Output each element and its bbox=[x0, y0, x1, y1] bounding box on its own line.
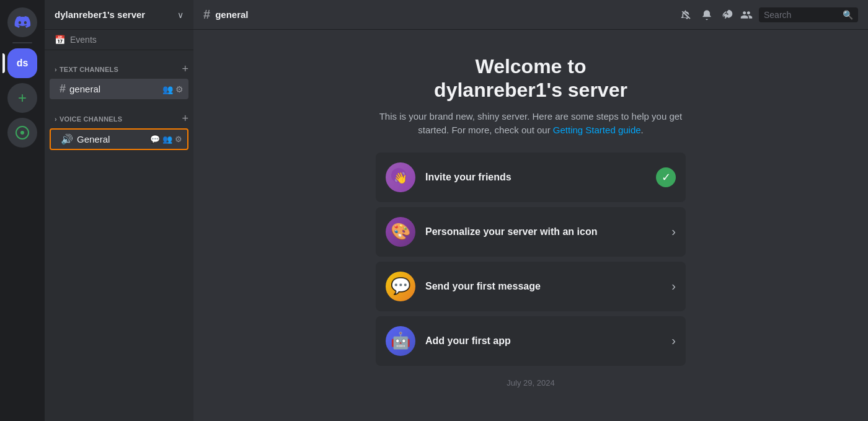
topbar: # general bbox=[193, 0, 868, 30]
invite-members-icon[interactable]: 👥 bbox=[162, 84, 173, 94]
message-chevron: › bbox=[671, 279, 676, 293]
channel-sidebar: dylanreber1's server ∨ 📅 Events › TEXT C… bbox=[45, 0, 193, 421]
members-list-button[interactable] bbox=[739, 7, 754, 22]
personalize-icon: 🎨 bbox=[386, 217, 415, 247]
date-label: July 29, 2024 bbox=[507, 378, 554, 388]
invite-icon: 👋 bbox=[386, 162, 415, 192]
text-channels-category[interactable]: › TEXT CHANNELS + bbox=[45, 60, 193, 78]
voice-channels-section: › VOICE CHANNELS + 🔊 General 💬 👥 ⚙ bbox=[45, 110, 193, 151]
channel-settings-icon[interactable]: ⚙ bbox=[175, 84, 184, 94]
text-channels-section: › TEXT CHANNELS + # general 👥 ⚙ bbox=[45, 60, 193, 100]
text-channels-label: › TEXT CHANNELS bbox=[55, 66, 118, 73]
voice-invite-icon[interactable]: 👥 bbox=[162, 135, 172, 144]
personalize-chevron: › bbox=[671, 224, 676, 239]
topbar-left: # general bbox=[203, 7, 248, 22]
notification-bell-button[interactable] bbox=[699, 7, 714, 22]
add-voice-channel-button[interactable]: + bbox=[182, 112, 188, 125]
welcome-subtitle: This is your brand new, shiny server. He… bbox=[376, 110, 686, 138]
app-icon: 🤖 bbox=[386, 326, 415, 356]
main-area: # general bbox=[193, 0, 868, 421]
discord-home-button[interactable] bbox=[7, 7, 37, 37]
add-server-button[interactable]: + bbox=[7, 83, 37, 113]
app-chevron: › bbox=[671, 334, 676, 348]
search-placeholder: Search bbox=[764, 10, 839, 20]
invite-friends-label: Invite your friends bbox=[425, 172, 646, 183]
active-indicator bbox=[2, 53, 5, 73]
topbar-right: Search 🔍 bbox=[680, 7, 858, 22]
search-bar[interactable]: Search 🔍 bbox=[759, 7, 858, 22]
voice-channels-label: › VOICE CHANNELS bbox=[55, 115, 122, 123]
speaker-icon: 🔊 bbox=[61, 133, 73, 145]
add-text-channel-button[interactable]: + bbox=[182, 63, 188, 76]
setup-message-item[interactable]: 💬 Send your first message › bbox=[376, 262, 686, 311]
welcome-title: Welcome to dylanreber1's server bbox=[434, 55, 627, 102]
personalize-label: Personalize your server with an icon bbox=[425, 226, 662, 237]
setup-list: 👋 Invite your friends ✓ 🎨 Personalize yo… bbox=[376, 153, 686, 366]
events-item[interactable]: 📅 Events bbox=[45, 30, 193, 50]
setup-invite-item[interactable]: 👋 Invite your friends ✓ bbox=[376, 153, 686, 202]
active-server-icon[interactable]: ds bbox=[7, 48, 37, 78]
channel-general-voice[interactable]: 🔊 General 💬 👥 ⚙ bbox=[50, 128, 188, 150]
events-icon: 📅 bbox=[55, 35, 65, 45]
setup-app-item[interactable]: 🤖 Add your first app › bbox=[376, 316, 686, 366]
message-icon: 💬 bbox=[386, 272, 415, 301]
search-icon: 🔍 bbox=[843, 10, 853, 20]
message-label: Send your first message bbox=[425, 281, 662, 292]
pin-button[interactable] bbox=[719, 7, 734, 22]
hash-icon: # bbox=[60, 82, 66, 95]
server-header-chevron: ∨ bbox=[177, 10, 184, 20]
topbar-hash-icon: # bbox=[203, 7, 210, 22]
suppress-notifications-button[interactable] bbox=[680, 7, 694, 22]
rail-separator bbox=[12, 42, 32, 43]
voice-chat-icon[interactable]: 💬 bbox=[150, 135, 160, 144]
server-title: dylanreber1's server bbox=[55, 9, 145, 20]
welcome-area: Welcome to dylanreber1's server This is … bbox=[193, 30, 868, 421]
voice-settings-icon[interactable]: ⚙ bbox=[175, 135, 182, 144]
server-rail: ds + bbox=[0, 0, 45, 421]
svg-point-1 bbox=[20, 131, 24, 135]
topbar-channel-name: general bbox=[215, 9, 248, 20]
invite-complete-checkmark: ✓ bbox=[656, 167, 676, 187]
setup-personalize-item[interactable]: 🎨 Personalize your server with an icon › bbox=[376, 207, 686, 257]
discover-button[interactable] bbox=[7, 118, 37, 148]
getting-started-link[interactable]: Getting Started guide bbox=[553, 125, 641, 135]
channel-general-text[interactable]: # general 👥 ⚙ bbox=[50, 79, 188, 99]
svg-text:👋: 👋 bbox=[394, 171, 408, 185]
voice-channels-category[interactable]: › VOICE CHANNELS + bbox=[45, 110, 193, 128]
server-header[interactable]: dylanreber1's server ∨ bbox=[45, 0, 193, 30]
app-label: Add your first app bbox=[425, 335, 662, 347]
